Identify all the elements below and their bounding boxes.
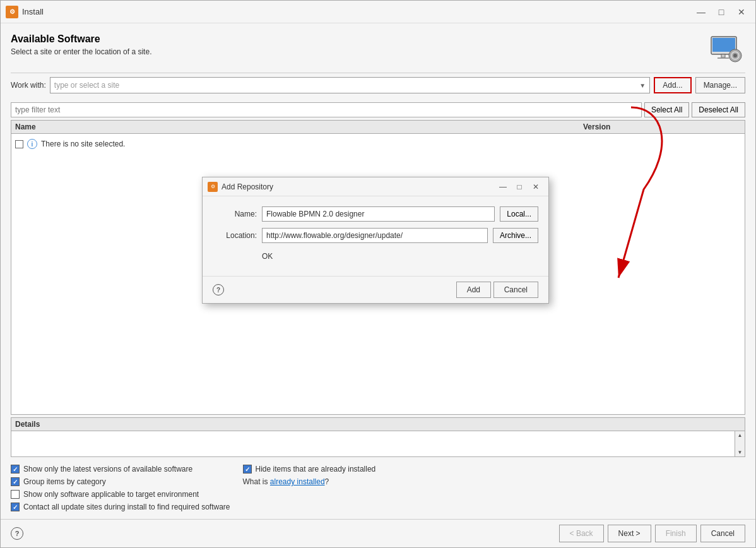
page-title: Available Software — [11, 33, 707, 45]
window-title: Install — [22, 7, 692, 16]
local-button[interactable]: Local... — [500, 206, 538, 222]
check-mark: ✓ — [13, 479, 18, 485]
checkbox-hide-label: Hide items that are already installed — [256, 465, 376, 474]
filter-input[interactable] — [11, 102, 642, 117]
dialog-name-row: Name: Local... — [213, 206, 538, 222]
checkbox-item-applicable: Show only software applicable to target … — [11, 490, 230, 499]
back-button[interactable]: < Back — [559, 525, 604, 542]
scroll-down-icon[interactable]: ▼ — [736, 448, 744, 456]
checkbox-item-contact: ✓ Contact all update sites during instal… — [11, 503, 230, 511]
checkbox-applicable[interactable] — [11, 490, 20, 499]
checkbox-group[interactable]: ✓ — [11, 477, 20, 486]
details-label: Details — [15, 420, 40, 429]
no-site-checkbox[interactable] — [15, 140, 23, 148]
add-repository-dialog: ⚙ Add Repository — □ ✕ Name: Local... Lo… — [202, 177, 549, 304]
select-all-button[interactable]: Select All — [644, 102, 689, 117]
minimize-button[interactable]: — — [692, 5, 710, 19]
checkbox-latest[interactable]: ✓ — [11, 465, 20, 474]
work-with-row: Work with: type or select a site ▼ Add..… — [11, 73, 745, 97]
header-text: Available Software Select a site or ente… — [11, 33, 707, 56]
dialog-title: Add Repository — [221, 182, 492, 191]
page-subtitle: Select a site or enter the location of a… — [11, 47, 707, 56]
dialog-titlebar: ⚙ Add Repository — □ ✕ — [203, 177, 548, 196]
header-section: Available Software Select a site or ente… — [11, 33, 745, 65]
details-body: ▲ ▼ — [11, 431, 745, 456]
combo-arrow-icon: ▼ — [639, 82, 646, 89]
finish-button[interactable]: Finish — [655, 525, 697, 542]
svg-rect-2 — [721, 54, 725, 57]
checkbox-group-label: Group items by category — [23, 477, 106, 486]
details-scrollbar[interactable]: ▲ ▼ — [735, 431, 745, 456]
maximize-button[interactable]: □ — [712, 5, 730, 19]
close-button[interactable]: ✕ — [733, 5, 750, 19]
check-mark: ✓ — [245, 466, 250, 473]
dialog-icon: ⚙ — [208, 182, 218, 192]
dialog-add-button[interactable]: Add — [456, 282, 491, 298]
title-bar: ⚙ Install — □ ✕ — [1, 1, 755, 23]
manage-button[interactable]: Manage... — [695, 77, 745, 93]
header-icon — [707, 33, 745, 65]
dialog-controls: — □ ✕ — [495, 181, 543, 193]
dialog-help-icon[interactable]: ? — [213, 284, 224, 295]
bottom-bar: ? < Back Next > Finish Cancel — [1, 519, 755, 547]
checkbox-applicable-label: Show only software applicable to target … — [23, 490, 199, 499]
dialog-maximize-button[interactable]: □ — [512, 181, 527, 193]
dialog-location-row: Location: Archive... — [213, 228, 538, 243]
no-site-text: There is no site selected. — [41, 140, 125, 148]
checkboxes-area: ✓ Show only the latest versions of avail… — [11, 462, 745, 514]
dialog-footer: ? Add Cancel — [203, 276, 548, 303]
table-header: Name Version — [11, 121, 745, 134]
svg-rect-3 — [718, 57, 729, 59]
dialog-cancel-button[interactable]: Cancel — [493, 282, 538, 298]
already-installed-link[interactable]: already installed — [270, 477, 325, 486]
cancel-button[interactable]: Cancel — [700, 525, 745, 542]
combo-placeholder: type or select a site — [54, 81, 119, 90]
location-input[interactable] — [262, 228, 488, 243]
checkbox-latest-label: Show only the latest versions of availab… — [23, 465, 192, 474]
checkbox-item-hide: ✓ Hide items that are already installed — [243, 465, 376, 474]
dialog-minimize-button[interactable]: — — [495, 181, 511, 193]
info-icon: i — [27, 139, 37, 149]
left-checkbox-col: ✓ Show only the latest versions of avail… — [11, 465, 230, 511]
dialog-content: Name: Local... Location: Archive... OK — [203, 196, 548, 276]
work-with-combo[interactable]: type or select a site ▼ — [50, 77, 650, 93]
ok-text: OK — [213, 249, 538, 266]
col-name-header: Name — [15, 122, 583, 131]
checkbox-item-group: ✓ Group items by category — [11, 477, 230, 486]
no-site-row: i There is no site selected. — [15, 138, 125, 150]
help-icon[interactable]: ? — [11, 527, 23, 540]
scroll-up-icon[interactable]: ▲ — [736, 431, 744, 439]
checkbox-contact[interactable]: ✓ — [11, 503, 20, 511]
svg-rect-1 — [712, 38, 735, 52]
archive-button[interactable]: Archive... — [493, 228, 538, 243]
check-mark: ✓ — [13, 504, 18, 511]
monitor-cd-icon — [710, 35, 743, 63]
details-header: Details — [11, 418, 745, 431]
col-version-header: Version — [583, 122, 741, 131]
title-bar-controls: — □ ✕ — [692, 5, 750, 19]
name-label: Name: — [213, 210, 257, 218]
details-content — [11, 431, 735, 456]
next-button[interactable]: Next > — [608, 525, 651, 542]
details-section: Details ▲ ▼ — [11, 417, 745, 457]
right-checkbox-col: ✓ Hide items that are already installed … — [243, 465, 376, 511]
checkbox-item-latest: ✓ Show only the latest versions of avail… — [11, 465, 230, 474]
name-input[interactable] — [262, 206, 495, 222]
check-mark: ✓ — [13, 466, 18, 473]
checkbox-hide[interactable]: ✓ — [243, 465, 252, 474]
work-with-label: Work with: — [11, 81, 46, 90]
app-icon: ⚙ — [6, 6, 18, 18]
location-label: Location: — [213, 231, 257, 240]
filter-row: Select All Deselect All — [11, 102, 745, 117]
already-installed-text: What is already installed? — [243, 477, 329, 486]
checkbox-contact-label: Contact all update sites during install … — [23, 503, 230, 511]
deselect-all-button[interactable]: Deselect All — [692, 102, 745, 117]
add-button[interactable]: Add... — [654, 77, 691, 93]
svg-point-5 — [733, 54, 737, 57]
already-installed-row: What is already installed? — [243, 477, 376, 486]
dialog-close-button[interactable]: ✕ — [528, 181, 543, 193]
